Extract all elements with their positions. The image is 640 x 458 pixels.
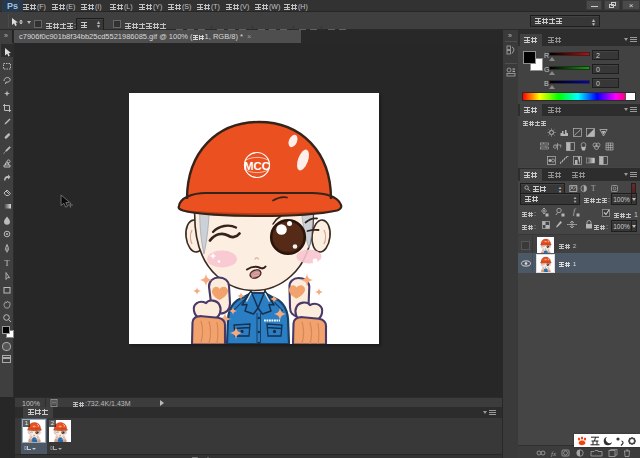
svg-text:f: f	[573, 207, 577, 216]
svg-text:fx: fx	[551, 450, 557, 458]
svg-text:T: T	[591, 184, 596, 193]
svg-text:T: T	[4, 257, 10, 267]
